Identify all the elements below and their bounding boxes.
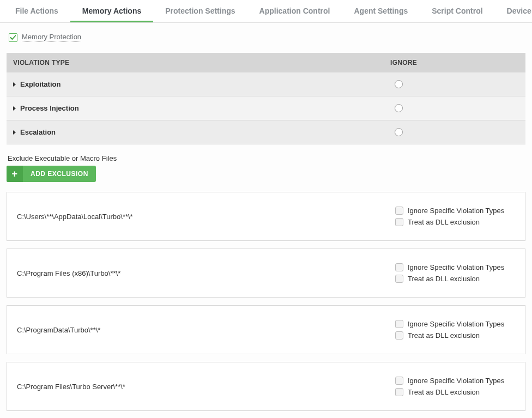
checkbox-treat-dll[interactable] <box>395 331 403 340</box>
violation-row-escalation: Escalation <box>7 120 525 144</box>
caret-right-icon <box>13 106 16 111</box>
exclusion-list: C:\Users\**\AppData\Local\Turbo\**\* Ign… <box>7 192 525 411</box>
violation-row-exploitation: Exploitation <box>7 72 525 96</box>
option-label: Ignore Specific Violation Types <box>408 263 504 271</box>
option-treat-dll[interactable]: Treat as DLL exclusion <box>395 331 515 340</box>
option-treat-dll[interactable]: Treat as DLL exclusion <box>395 388 515 396</box>
exclude-section-label: Exclude Executable or Macro Files <box>8 154 525 162</box>
exclusion-row: C:\Program Files\Turbo Server\**\* Ignor… <box>7 362 525 411</box>
exclusion-row: C:\ProgramData\Turbo\**\* Ignore Specifi… <box>7 305 525 354</box>
option-label: Treat as DLL exclusion <box>408 275 480 283</box>
checkbox-ignore-specific[interactable] <box>395 207 403 215</box>
ignore-radio-process-injection[interactable] <box>395 104 403 112</box>
option-ignore-specific[interactable]: Ignore Specific Violation Types <box>395 207 515 215</box>
check-icon <box>10 34 16 41</box>
tab-protection-settings[interactable]: Protection Settings <box>153 0 247 22</box>
caret-right-icon <box>13 130 16 135</box>
caret-right-icon <box>13 82 16 87</box>
memory-protection-toggle-row: Memory Protection <box>9 33 525 42</box>
option-label: Treat as DLL exclusion <box>408 331 480 340</box>
tab-memory-actions[interactable]: Memory Actions <box>70 0 153 22</box>
table-header: VIOLATION TYPE IGNORE <box>7 53 525 72</box>
option-treat-dll[interactable]: Treat as DLL exclusion <box>395 218 515 226</box>
tab-device[interactable]: Device <box>495 0 532 22</box>
add-exclusion-label: ADD EXCLUSION <box>23 166 96 182</box>
option-ignore-specific[interactable]: Ignore Specific Violation Types <box>395 320 515 328</box>
ignore-radio-exploitation[interactable] <box>395 80 403 88</box>
plus-icon: + <box>7 166 23 182</box>
option-ignore-specific[interactable]: Ignore Specific Violation Types <box>395 377 515 385</box>
option-ignore-specific[interactable]: Ignore Specific Violation Types <box>395 263 515 271</box>
tab-application-control[interactable]: Application Control <box>247 0 342 22</box>
violation-row-toggle[interactable]: Exploitation <box>7 72 384 96</box>
exclusion-path: C:\Users\**\AppData\Local\Turbo\**\* <box>17 213 395 221</box>
option-label: Ignore Specific Violation Types <box>408 320 504 328</box>
add-exclusion-button[interactable]: + ADD EXCLUSION <box>7 166 96 182</box>
ignore-radio-escalation[interactable] <box>395 128 403 136</box>
tab-bar: File Actions Memory Actions Protection S… <box>0 0 532 23</box>
checkbox-treat-dll[interactable] <box>395 218 403 226</box>
exclusion-path: C:\Program Files\Turbo Server\**\* <box>17 383 395 391</box>
memory-protection-checkbox[interactable] <box>9 33 17 42</box>
header-violation-type: VIOLATION TYPE <box>7 53 384 72</box>
checkbox-treat-dll[interactable] <box>395 275 403 283</box>
memory-protection-label: Memory Protection <box>22 33 81 42</box>
violation-row-toggle[interactable]: Escalation <box>7 120 384 144</box>
tab-agent-settings[interactable]: Agent Settings <box>342 0 420 22</box>
header-ignore: IGNORE <box>384 53 525 72</box>
checkbox-treat-dll[interactable] <box>395 388 403 396</box>
option-label: Ignore Specific Violation Types <box>408 207 504 215</box>
option-label: Treat as DLL exclusion <box>408 218 480 226</box>
violation-row-label: Escalation <box>20 128 56 136</box>
checkbox-ignore-specific[interactable] <box>395 320 403 328</box>
checkbox-ignore-specific[interactable] <box>395 377 403 385</box>
checkbox-ignore-specific[interactable] <box>395 263 403 271</box>
exclusion-path: C:\Program Files (x86)\Turbo\**\* <box>17 269 395 277</box>
violation-row-process-injection: Process Injection <box>7 96 525 120</box>
violation-row-label: Process Injection <box>20 104 79 112</box>
exclusion-row: C:\Program Files (x86)\Turbo\**\* Ignore… <box>7 249 525 298</box>
option-label: Ignore Specific Violation Types <box>408 377 504 385</box>
exclusion-path: C:\ProgramData\Turbo\**\* <box>17 326 395 334</box>
option-treat-dll[interactable]: Treat as DLL exclusion <box>395 275 515 283</box>
option-label: Treat as DLL exclusion <box>408 388 480 396</box>
violation-row-toggle[interactable]: Process Injection <box>7 96 384 120</box>
violation-row-label: Exploitation <box>20 80 61 88</box>
tab-script-control[interactable]: Script Control <box>420 0 494 22</box>
violation-type-table: VIOLATION TYPE IGNORE Exploitation Proce… <box>7 53 525 144</box>
exclusion-row: C:\Users\**\AppData\Local\Turbo\**\* Ign… <box>7 192 525 241</box>
tab-file-actions[interactable]: File Actions <box>3 0 70 22</box>
